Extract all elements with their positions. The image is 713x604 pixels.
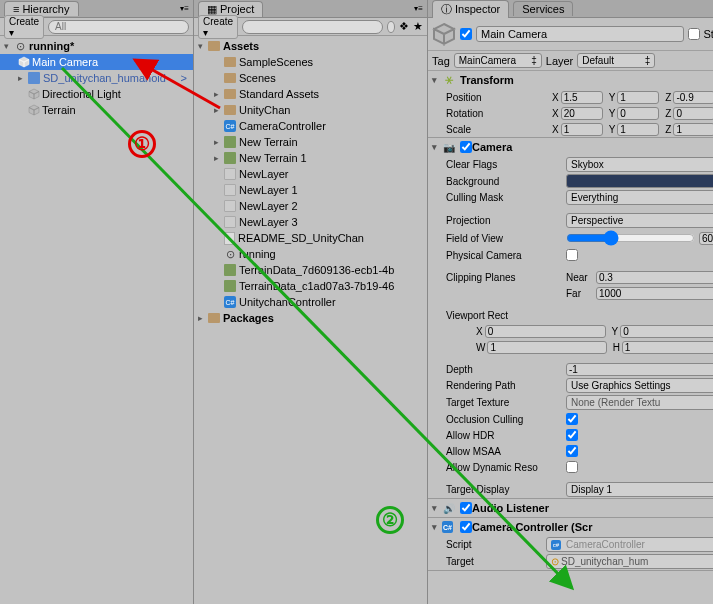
position-z-input[interactable]: [673, 91, 713, 104]
gameobject-sd-unitychan[interactable]: ▸ SD_unitychan_humanoid >: [0, 70, 193, 86]
scene-row[interactable]: ▾ ⊙ running*: [0, 38, 193, 54]
filter-by-type-icon[interactable]: [387, 21, 395, 33]
viewport-w-input[interactable]: [487, 341, 606, 354]
disclosure-triangle-icon[interactable]: ▾: [198, 41, 208, 51]
clear-flags-dropdown[interactable]: Skybox‡: [566, 157, 713, 172]
assets-folder[interactable]: ▾ Assets: [194, 38, 427, 54]
script-field[interactable]: c#CameraController: [546, 537, 713, 552]
scale-y-input[interactable]: [617, 123, 659, 136]
services-tab[interactable]: Services: [513, 1, 573, 16]
packages-folder[interactable]: ▸ Packages: [194, 310, 427, 326]
project-item[interactable]: NewLayer 1: [194, 182, 427, 198]
viewport-y-input[interactable]: [620, 325, 713, 338]
project-item[interactable]: NewLayer 2: [194, 198, 427, 214]
project-search-input[interactable]: [242, 20, 383, 34]
disclosure-triangle-icon[interactable]: ▾: [4, 41, 14, 51]
projection-dropdown[interactable]: Perspective‡: [566, 213, 713, 228]
target-display-dropdown[interactable]: Display 1‡: [566, 482, 713, 497]
project-item[interactable]: TerrainData_7d609136-ecb1-4b: [194, 262, 427, 278]
gameobject-main-camera[interactable]: Main Camera: [0, 54, 193, 70]
disclosure-triangle-icon[interactable]: ▾: [432, 503, 442, 513]
project-item[interactable]: NewLayer 3: [194, 214, 427, 230]
project-item-label: SampleScenes: [239, 56, 313, 68]
project-item[interactable]: ▸New Terrain 1: [194, 150, 427, 166]
fov-slider[interactable]: [566, 230, 695, 246]
static-checkbox[interactable]: [688, 28, 700, 40]
folder-icon: [208, 313, 220, 323]
panel-menu-icon[interactable]: ▾≡: [180, 4, 193, 13]
project-item[interactable]: C#UnitychanController: [194, 294, 427, 310]
panel-menu-icon[interactable]: ▾≡: [414, 4, 427, 13]
project-item[interactable]: C#CameraController: [194, 118, 427, 134]
camera-enabled-checkbox[interactable]: [460, 141, 472, 153]
background-color-field[interactable]: [566, 174, 713, 188]
allow-dynamic-resolution-checkbox[interactable]: [566, 461, 578, 473]
disclosure-triangle-icon[interactable]: ▸: [214, 105, 224, 115]
position-y-input[interactable]: [617, 91, 659, 104]
scale-x-input[interactable]: [561, 123, 603, 136]
project-item[interactable]: README_SD_UnityChan: [194, 230, 427, 246]
occlusion-culling-checkbox[interactable]: [566, 413, 578, 425]
prefab-open-icon[interactable]: >: [181, 72, 193, 84]
disclosure-triangle-icon[interactable]: ▸: [198, 313, 208, 323]
disclosure-triangle-icon[interactable]: ▸: [18, 73, 28, 83]
project-item[interactable]: TerrainData_c1ad07a3-7b19-46: [194, 278, 427, 294]
transform-header[interactable]: ▾ ⚹ Transform ▢ ⚙: [428, 71, 713, 89]
camera-controller-enabled-checkbox[interactable]: [460, 521, 472, 533]
viewport-x-input[interactable]: [485, 325, 606, 338]
project-item-label: UnitychanController: [239, 296, 336, 308]
target-texture-field[interactable]: None (Render Textu⊙: [566, 395, 713, 410]
depth-input[interactable]: [566, 363, 713, 376]
create-button[interactable]: Create ▾: [198, 15, 238, 39]
rotation-z-input[interactable]: [673, 107, 713, 120]
disclosure-triangle-icon[interactable]: ▸: [214, 89, 224, 99]
project-item[interactable]: ⊙running: [194, 246, 427, 262]
gameobject-terrain[interactable]: Terrain: [0, 102, 193, 118]
project-item[interactable]: NewLayer: [194, 166, 427, 182]
project-item[interactable]: Scenes: [194, 70, 427, 86]
rendering-path-dropdown[interactable]: Use Graphics Settings‡: [566, 378, 713, 393]
create-button[interactable]: Create ▾: [4, 15, 44, 39]
project-item[interactable]: ▸New Terrain: [194, 134, 427, 150]
viewport-h-input[interactable]: [622, 341, 713, 354]
allow-hdr-checkbox[interactable]: [566, 429, 578, 441]
rotation-y-input[interactable]: [617, 107, 659, 120]
static-label: Static: [704, 28, 714, 40]
project-item[interactable]: ▸Standard Assets: [194, 86, 427, 102]
near-input[interactable]: [596, 271, 713, 284]
save-search-icon[interactable]: ★: [413, 20, 423, 33]
layer-dropdown[interactable]: Default‡: [577, 53, 655, 68]
folder-icon: [224, 57, 236, 67]
disclosure-triangle-icon[interactable]: ▾: [432, 522, 442, 532]
target-field[interactable]: ⊙SD_unitychan_hum: [546, 554, 713, 569]
hierarchy-search-input[interactable]: [48, 20, 189, 34]
tag-dropdown[interactable]: MainCamera‡: [454, 53, 542, 68]
gameobject-active-checkbox[interactable]: [460, 28, 472, 40]
disclosure-triangle-icon[interactable]: ▾: [432, 75, 442, 85]
culling-mask-dropdown[interactable]: Everything‡: [566, 190, 713, 205]
folder-icon: [208, 41, 220, 51]
camera-header[interactable]: ▾ 📷 Camera ▢ ⚙: [428, 138, 713, 156]
project-item[interactable]: SampleScenes: [194, 54, 427, 70]
physical-camera-checkbox[interactable]: [566, 249, 578, 261]
allow-msaa-label: Allow MSAA: [446, 446, 566, 457]
fov-input[interactable]: [699, 232, 713, 245]
scale-z-input[interactable]: [673, 123, 713, 136]
inspector-tab[interactable]: ⓘInspector: [432, 0, 509, 18]
camera-controller-header[interactable]: ▾ C# Camera Controller (Scr ▢ ⚙: [428, 518, 713, 536]
filter-by-label-icon[interactable]: ❖: [399, 20, 409, 33]
disclosure-triangle-icon[interactable]: ▸: [214, 153, 224, 163]
rotation-label: Rotation: [446, 108, 546, 119]
project-item[interactable]: ▸UnityChan: [194, 102, 427, 118]
gameobject-name-input[interactable]: [476, 26, 683, 42]
rotation-x-input[interactable]: [561, 107, 603, 120]
audio-listener-enabled-checkbox[interactable]: [460, 502, 472, 514]
far-input[interactable]: [596, 287, 713, 300]
position-x-input[interactable]: [561, 91, 603, 104]
disclosure-triangle-icon[interactable]: ▾: [432, 142, 442, 152]
gameobject-directional-light[interactable]: Directional Light: [0, 86, 193, 102]
hierarchy-tab[interactable]: ≡Hierarchy: [4, 1, 79, 16]
audio-listener-header[interactable]: ▾ 🔊 Audio Listener ▢ ⚙: [428, 499, 713, 517]
allow-msaa-checkbox[interactable]: [566, 445, 578, 457]
disclosure-triangle-icon[interactable]: ▸: [214, 137, 224, 147]
